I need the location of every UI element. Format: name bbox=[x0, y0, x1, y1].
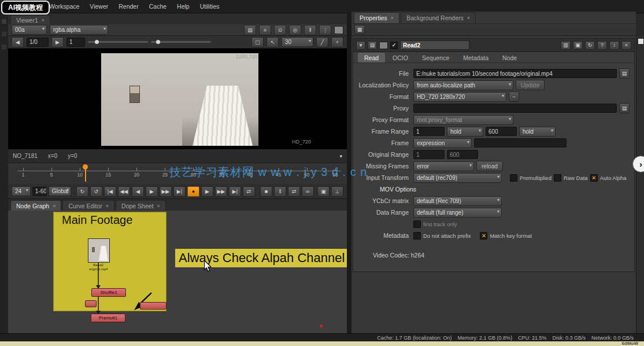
duplicate-panel-icon[interactable]: ▣ bbox=[573, 41, 583, 50]
collapse-panel-icon[interactable]: ▾ bbox=[356, 41, 365, 50]
tab-background-renders[interactable]: Background Renders × bbox=[401, 12, 476, 23]
menu-viewer[interactable]: Viewer bbox=[90, 3, 108, 10]
close-panel-icon[interactable]: × bbox=[621, 41, 631, 50]
viewer-stamp-icon[interactable]: ▤ bbox=[244, 25, 256, 35]
missing-frames-dropdown[interactable]: error bbox=[413, 161, 474, 171]
help-icon[interactable]: ? bbox=[597, 41, 607, 50]
frame-range-start-input[interactable]: 1 bbox=[413, 127, 445, 136]
node-premult[interactable]: Premult1 bbox=[91, 314, 125, 322]
data-range-dropdown[interactable]: default (full range) bbox=[413, 208, 502, 218]
node-color-swatch[interactable] bbox=[379, 42, 388, 49]
range-mode-dropdown[interactable]: Global bbox=[49, 186, 71, 196]
menu-cache[interactable]: Cache bbox=[149, 3, 166, 10]
tab-viewer1[interactable]: Viewer1 × bbox=[10, 15, 50, 25]
next-view-button[interactable]: ▶ bbox=[51, 37, 64, 47]
viewer-color-swatch[interactable] bbox=[334, 26, 343, 34]
no-prefix-checkbox[interactable] bbox=[413, 232, 421, 240]
collapse-strip-icon[interactable]: ▾ bbox=[339, 153, 342, 159]
step-back-button[interactable]: ◀ bbox=[132, 186, 144, 197]
close-icon[interactable]: × bbox=[106, 203, 109, 209]
proxy-format-dropdown[interactable]: root.proxy_format bbox=[413, 115, 513, 125]
roi-icon[interactable]: + bbox=[331, 37, 343, 47]
input-transform-dropdown[interactable]: default (rec709) bbox=[413, 173, 502, 183]
cycle-button[interactable]: ⇄ bbox=[288, 186, 300, 197]
menu-help[interactable]: Help bbox=[177, 3, 190, 10]
format-minus-icon[interactable]: – bbox=[509, 91, 519, 102]
proxy-browse-folder-icon[interactable]: ▤ bbox=[619, 103, 630, 113]
tab-dope-sheet[interactable]: Dope Sheet × bbox=[116, 200, 166, 211]
viewer-proxy-icon[interactable]: ⊙ bbox=[274, 25, 286, 35]
node-shuffle[interactable]: Shuffle1 bbox=[91, 288, 126, 297]
node-enable-checkbox[interactable]: ✓ bbox=[390, 42, 398, 49]
stop-button[interactable]: ■ bbox=[260, 186, 272, 197]
tab-curve-editor[interactable]: Curve Editor × bbox=[62, 200, 114, 211]
ping-pong-button[interactable]: ⇄ bbox=[243, 186, 255, 197]
frame-mode-dropdown[interactable]: expression bbox=[413, 138, 472, 148]
play-to-end-button[interactable]: ▶| bbox=[229, 186, 241, 197]
step-forward-button[interactable]: ▶ bbox=[146, 186, 158, 197]
node-dot[interactable] bbox=[85, 300, 97, 307]
raw-data-checkbox[interactable] bbox=[554, 174, 561, 182]
viewer-list-icon[interactable]: ≡ bbox=[259, 25, 271, 35]
fit-viewer-icon[interactable]: ▢ bbox=[251, 37, 264, 47]
update-button[interactable]: Update bbox=[516, 80, 545, 90]
panel-grid-icon[interactable]: ▦ bbox=[354, 25, 365, 34]
scroll-top-button[interactable] bbox=[638, 39, 643, 44]
view-range-field[interactable]: 1/0 bbox=[27, 38, 49, 47]
bounce-button[interactable]: ↺ bbox=[90, 186, 102, 197]
fast-forward-button[interactable]: ▶▶ bbox=[215, 186, 227, 197]
close-icon[interactable]: × bbox=[53, 203, 55, 209]
goto-start-button[interactable]: |◀ bbox=[104, 186, 116, 197]
view-frame-field[interactable]: 1 bbox=[66, 38, 85, 47]
premultiplied-checkbox[interactable] bbox=[510, 174, 517, 182]
timeline[interactable]: 1 5 10 15 20 25 30 35 40 45 50 55 bbox=[8, 163, 347, 185]
tab-metadata[interactable]: Metadata bbox=[457, 53, 495, 62]
localization-dropdown[interactable]: from auto-localize path bbox=[413, 80, 513, 90]
playhead-handle[interactable] bbox=[83, 164, 88, 170]
current-frame-button[interactable]: ● bbox=[187, 186, 199, 197]
close-icon[interactable]: × bbox=[391, 15, 394, 21]
tab-sequence[interactable]: Sequence bbox=[416, 53, 456, 62]
pane-divider[interactable] bbox=[347, 12, 351, 333]
file-browse-folder-icon[interactable]: ▤ bbox=[619, 68, 630, 79]
viewer-target-icon[interactable]: ◎ bbox=[289, 25, 301, 35]
frame-expression-input[interactable] bbox=[474, 138, 567, 148]
close-icon[interactable]: × bbox=[157, 203, 160, 209]
close-icon[interactable]: × bbox=[42, 17, 45, 23]
viewer-layer-dropdown[interactable]: 00a bbox=[12, 25, 47, 35]
tab-ocio[interactable]: OCIO bbox=[386, 53, 414, 62]
auto-alpha-checkbox[interactable]: × bbox=[590, 174, 598, 182]
reload-button[interactable]: reload bbox=[476, 161, 503, 171]
format-dropdown[interactable]: HD_720 1280x720 bbox=[413, 92, 506, 102]
range-field[interactable]: 1-600 bbox=[32, 187, 47, 196]
menu-render[interactable]: Render bbox=[119, 3, 138, 10]
goto-end-button[interactable]: ▶| bbox=[173, 186, 186, 197]
viewer-menu-icon[interactable]: ⋮ bbox=[319, 25, 331, 35]
menu-utilities[interactable]: Utilities bbox=[200, 3, 220, 10]
menu-workspace[interactable]: Workspace bbox=[49, 3, 79, 10]
fps-dropdown[interactable]: 24 bbox=[12, 186, 31, 196]
read-node-thumbnail[interactable] bbox=[88, 238, 110, 263]
pause-button[interactable]: ‖ bbox=[274, 186, 286, 197]
center-node-icon[interactable]: ▤ bbox=[368, 41, 377, 50]
file-input[interactable]: E:/nuke tutorials/com 10/second footage/… bbox=[413, 69, 617, 78]
resize-icon[interactable]: ↕ bbox=[609, 41, 619, 50]
viewer-channels-dropdown[interactable]: rgba.alpha bbox=[50, 25, 108, 35]
viewer-pause-icon[interactable]: ‖ bbox=[304, 25, 316, 35]
node-graph[interactable]: Main Footage Read2 original.mp4 Shuffle1… bbox=[8, 211, 347, 333]
alpha-warning-note[interactable]: Always Check Alpah Channel bbox=[175, 249, 347, 267]
prev-keyframe-button[interactable]: ◀◀ bbox=[118, 186, 130, 197]
right-scroll-strip[interactable] bbox=[636, 36, 644, 333]
node-small[interactable] bbox=[140, 302, 166, 310]
viewer-image-area[interactable]: 1280,720 HD_720 bbox=[8, 49, 347, 149]
close-icon[interactable]: × bbox=[467, 15, 470, 21]
tab-node-graph[interactable]: Node Graph × bbox=[10, 200, 61, 211]
wipe-icon[interactable]: ╱ bbox=[316, 37, 328, 47]
tab-node[interactable]: Node bbox=[496, 53, 523, 62]
frame-range-end-input[interactable]: 600 bbox=[486, 127, 517, 136]
first-track-checkbox[interactable] bbox=[413, 220, 421, 228]
pick-cursor-icon[interactable]: ↖ bbox=[267, 37, 279, 47]
play-button[interactable]: ▶ bbox=[201, 186, 213, 197]
lock-icon[interactable]: ▣ bbox=[317, 186, 330, 197]
float-panel-icon[interactable]: ▥ bbox=[561, 41, 571, 50]
